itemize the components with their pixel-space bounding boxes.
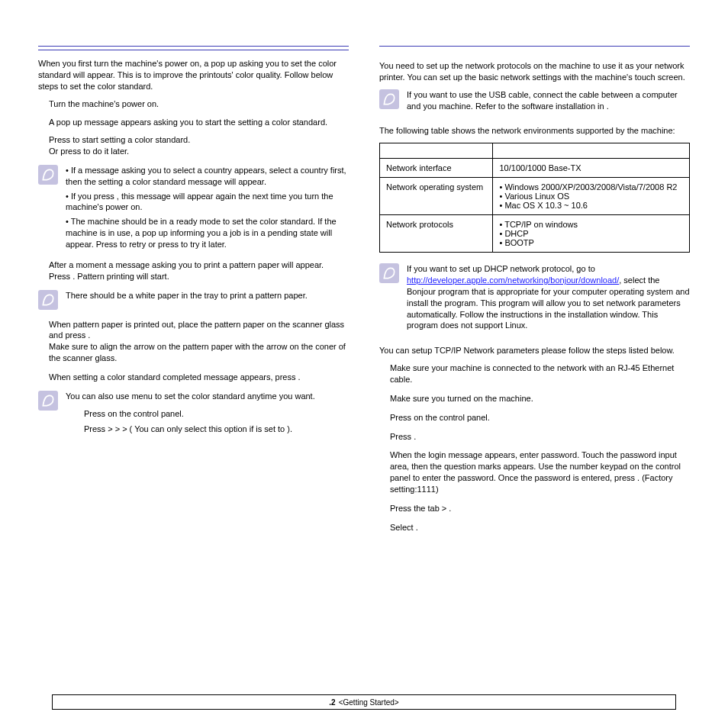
list-item: Windows 2000/XP/2003/2008/Vista/7/2008 R… [499, 182, 683, 192]
note-icon [38, 165, 58, 185]
note-text: If you want to set up DHCP network proto… [407, 263, 690, 331]
step-text: Make sure your machine is connected to t… [390, 362, 690, 385]
step-text: Make sure you turned on the machine. [390, 393, 690, 404]
step-text: Turn the machine's power on. [49, 98, 349, 110]
table-cell: Network interface [380, 159, 493, 178]
table-intro: The following table shows the network en… [379, 125, 690, 137]
note: There should be a white paper in the tra… [38, 290, 349, 310]
step-text: Press to start setting a color standard. [49, 134, 349, 146]
substep-text: Press on the control panel. [66, 408, 349, 420]
intro-text: You need to set up the network protocols… [379, 60, 690, 83]
intro-text: When you first turn the machine's power … [38, 58, 349, 92]
step-text: Press the tab > . [390, 503, 690, 514]
step-text: When pattern paper is printed out, place… [49, 319, 349, 342]
step-text: Select . [390, 522, 690, 533]
note-fragment: If you want to set up DHCP network proto… [407, 264, 595, 273]
step-text: After a moment a message asking you to p… [49, 259, 349, 271]
table-header [380, 143, 493, 159]
step-text: When the login message appears, enter pa… [390, 449, 690, 494]
rule [38, 46, 349, 47]
step-text: Press . [390, 431, 690, 443]
table-cell: TCP/IP on windows DHCP BOOTP [493, 215, 690, 253]
substep-text: Press > > > ( You can only select this o… [66, 424, 349, 435]
step-text: When setting a color standard completed … [49, 372, 349, 383]
step-text: Or press to do it later. [49, 146, 349, 157]
note-text: • If a message asking you to select a co… [66, 165, 349, 188]
left-column: When you first turn the machine's power … [38, 46, 349, 540]
table-cell: Windows 2000/XP/2003/2008/Vista/7/2008 R… [493, 178, 690, 215]
note-text: • The machine should be in a ready mode … [66, 216, 349, 250]
note-text: If you want to use the USB cable, connec… [407, 89, 690, 112]
step-text: A pop up message appears asking you to s… [49, 117, 349, 128]
list-item: DHCP [499, 229, 683, 238]
list-item: TCP/IP on windows [499, 220, 683, 229]
tcp-intro: You can setup TCP/IP Network parameters … [379, 345, 690, 356]
step-text: Press on the control panel. [390, 412, 690, 424]
right-column: You need to set up the network protocols… [379, 46, 690, 540]
note-text: • If you press , this message will appea… [66, 191, 349, 214]
table-cell: Network protocols [380, 215, 493, 253]
list-item: Mac OS X 10.3 ~ 10.6 [499, 201, 683, 210]
rule [38, 50, 349, 50]
note: If you want to use the USB cable, connec… [379, 89, 690, 112]
page-number: .2 [329, 698, 335, 707]
note-icon [38, 391, 58, 411]
note-icon [379, 89, 399, 109]
note: You can also use menu to set the color s… [38, 391, 349, 440]
note-icon [379, 263, 399, 283]
list-item: Various Linux OS [499, 192, 683, 201]
rule [379, 46, 690, 47]
note-icon [38, 290, 58, 310]
page-footer: .2 <Getting Started> [52, 694, 676, 710]
table-header [493, 143, 690, 159]
note: If you want to set up DHCP network proto… [379, 263, 690, 331]
note: • If a message asking you to select a co… [38, 165, 349, 250]
step-text: Press . Pattern printing will start. [49, 271, 349, 282]
footer-section: <Getting Started> [339, 698, 399, 707]
table-cell: 10/100/1000 Base-TX [493, 159, 690, 178]
note-text: There should be a white paper in the tra… [66, 290, 349, 310]
table-cell: Network operating system [380, 178, 493, 215]
step-text: Make sure to align the arrow on the patt… [49, 341, 349, 364]
note-text: You can also use menu to set the color s… [66, 391, 349, 402]
network-table: Network interface 10/100/1000 Base-TX Ne… [379, 143, 690, 253]
list-item: BOOTP [499, 238, 683, 247]
bonjour-link[interactable]: http://developer.apple.com/networking/bo… [407, 275, 619, 285]
